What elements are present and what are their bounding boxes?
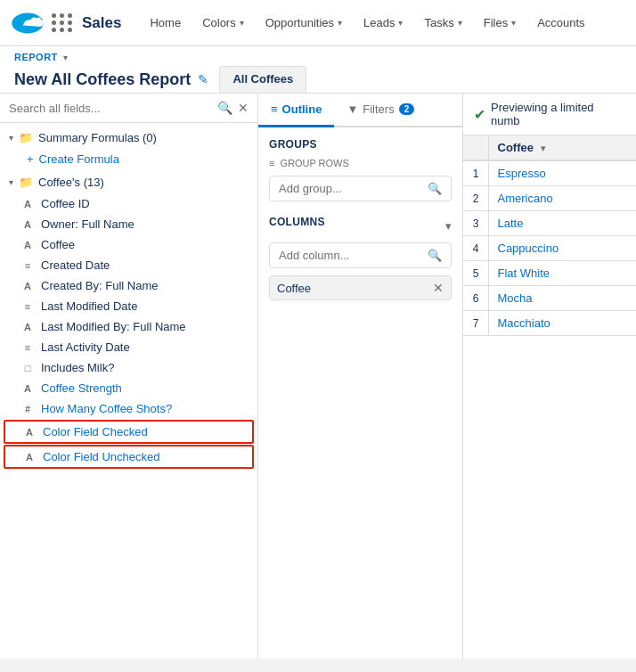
columns-section: Columns ▾ Add column... 🔍 Coffee ✕: [269, 216, 452, 300]
folder-icon: 📁: [19, 131, 33, 144]
field-item-coffee-strength[interactable]: A Coffee Strength: [0, 378, 257, 398]
chevron-down-icon: ▾: [9, 133, 13, 143]
tab-all-coffees[interactable]: All Coffees: [219, 66, 306, 93]
nav-item-files[interactable]: Files ▾: [473, 0, 526, 46]
table-icon: ≡: [269, 158, 274, 168]
field-item-created-by[interactable]: A Created By: Full Name: [0, 275, 257, 296]
column-pill-coffee: Coffee ✕: [269, 275, 452, 300]
field-item-coffee[interactable]: A Coffee: [0, 234, 257, 255]
chevron-down-icon: ▾: [9, 177, 13, 187]
field-item-created-date[interactable]: ≡ Created Date: [0, 255, 257, 275]
type-icon-checkbox: □: [21, 363, 34, 373]
nav-items: Home Colors ▾ Opportunities ▾ Leads ▾ Ta…: [139, 0, 625, 46]
type-icon-text: A: [21, 383, 34, 394]
columns-chevron-icon[interactable]: ▾: [445, 219, 452, 233]
tab-outline[interactable]: ≡ Outline: [258, 94, 334, 127]
type-icon-text: A: [21, 281, 34, 291]
preview-header: ✔ Previewing a limited numb: [463, 94, 636, 135]
row-index-cell: 1: [463, 160, 488, 186]
columns-header-row: Columns ▾: [269, 216, 452, 235]
type-icon-number: #: [21, 404, 34, 414]
add-column-input[interactable]: Add column... 🔍: [269, 242, 452, 268]
coffee-cell: Latte: [488, 211, 636, 236]
folder-icon: 📁: [19, 176, 33, 189]
search-input[interactable]: [9, 102, 212, 115]
left-panel: 🔍 ✕ ▾ 📁 Summary Formulas (0) + Create Fo…: [0, 94, 258, 659]
breadcrumb-chevron-icon: ▾: [63, 53, 68, 62]
row-index-cell: 4: [463, 236, 488, 261]
type-icon-text: A: [21, 219, 34, 230]
chevron-down-icon: ▾: [240, 18, 244, 28]
field-item-coffee-id[interactable]: A Coffee ID: [0, 193, 257, 214]
tab-filters[interactable]: ▼ Filters 2: [334, 94, 427, 127]
row-index-cell: 5: [463, 261, 488, 286]
nav-item-home[interactable]: Home: [139, 0, 192, 46]
filter-badge: 2: [399, 103, 415, 115]
nav-item-opportunities[interactable]: Opportunities ▾: [255, 0, 353, 46]
add-group-input[interactable]: Add group... 🔍: [269, 176, 452, 201]
salesforce-logo: [11, 6, 45, 40]
type-icon-text: A: [21, 240, 34, 250]
search-icon[interactable]: 🔍: [217, 101, 232, 115]
page-title: New All Coffees Report: [14, 70, 191, 89]
coffee-cell: Mocha: [488, 286, 636, 311]
preview-table-wrapper: Coffee ▾ 1 Espresso 2 Americano 3 Latte …: [463, 135, 636, 659]
table-header-row: Coffee ▾: [463, 135, 636, 160]
row-index-cell: 2: [463, 186, 488, 211]
table-row: 1 Espresso: [463, 160, 636, 186]
page-title-row: New All Coffees Report ✎ All Coffees: [14, 66, 622, 93]
field-item-owner-full-name[interactable]: A Owner: Full Name: [0, 214, 257, 234]
coffee-cell: Espresso: [488, 160, 636, 186]
type-icon-date: ≡: [21, 301, 34, 312]
check-icon: ✔: [474, 106, 485, 123]
nav-item-leads[interactable]: Leads ▾: [353, 0, 413, 46]
field-group-summary-formulas: ▾ 📁 Summary Formulas (0) + Create Formul…: [0, 127, 257, 169]
groups-section-title: Groups: [269, 138, 452, 151]
column-header-coffee: Coffee ▾: [488, 135, 636, 160]
search-bar: 🔍 ✕: [0, 94, 257, 123]
create-formula-link[interactable]: + Create Formula: [0, 149, 257, 169]
right-panel: ✔ Previewing a limited numb Coffee ▾ 1 E: [463, 94, 636, 659]
edit-icon[interactable]: ✎: [198, 72, 208, 86]
field-item-last-modified-date[interactable]: ≡ Last Modified Date: [0, 296, 257, 316]
panel-content: Groups ≡ GROUP ROWS Add group... 🔍 Colum…: [258, 127, 462, 659]
nav-item-accounts[interactable]: Accounts: [526, 0, 595, 46]
field-item-last-modified-by[interactable]: A Last Modified By: Full Name: [0, 316, 257, 337]
field-item-coffee-shots[interactable]: # How Many Coffee Shots?: [0, 398, 257, 419]
nav-item-colors[interactable]: Colors ▾: [192, 0, 255, 46]
field-group-header-coffees[interactable]: ▾ 📁 Coffee's (13): [0, 171, 257, 193]
middle-panel: ≡ Outline ▼ Filters 2 Groups ≡ GROUP ROW…: [258, 94, 463, 659]
groups-section: Groups ≡ GROUP ROWS Add group... 🔍: [269, 138, 452, 201]
type-icon-date: ≡: [21, 260, 34, 271]
table-row: 3 Latte: [463, 211, 636, 236]
field-item-last-activity-date[interactable]: ≡ Last Activity Date: [0, 337, 257, 357]
column-filter-button[interactable]: ▾: [541, 143, 546, 154]
type-icon-text: A: [23, 427, 36, 438]
field-group-label-summary: Summary Formulas (0): [38, 131, 157, 144]
breadcrumb: REPORT ▾: [14, 52, 622, 62]
field-group-label-coffees: Coffee's (13): [38, 176, 104, 189]
remove-column-button[interactable]: ✕: [433, 281, 444, 295]
type-icon-text: A: [21, 199, 34, 209]
sub-header: REPORT ▾ New All Coffees Report ✎ All Co…: [0, 46, 636, 94]
field-group-coffees: ▾ 📁 Coffee's (13) A Coffee ID A Owner: F…: [0, 171, 257, 469]
field-item-color-unchecked[interactable]: A Color Field Unchecked: [4, 445, 254, 469]
coffee-cell: Flat White: [488, 261, 636, 286]
app-name: Sales: [82, 14, 121, 32]
preview-table: Coffee ▾ 1 Espresso 2 Americano 3 Latte …: [463, 135, 636, 336]
field-group-header-summary[interactable]: ▾ 📁 Summary Formulas (0): [0, 127, 257, 149]
field-list: ▾ 📁 Summary Formulas (0) + Create Formul…: [0, 123, 257, 659]
top-navigation: Sales Home Colors ▾ Opportunities ▾ Lead…: [0, 0, 636, 46]
row-index-cell: 7: [463, 311, 488, 336]
type-icon-date: ≡: [21, 342, 34, 353]
app-launcher[interactable]: [52, 13, 73, 32]
close-icon[interactable]: ✕: [238, 101, 249, 115]
type-icon-text: A: [21, 322, 34, 332]
filter-icon: ▼: [347, 102, 358, 116]
nav-item-tasks[interactable]: Tasks ▾: [413, 0, 472, 46]
table-row: 4 Cappuccino: [463, 236, 636, 261]
chevron-down-icon: ▾: [511, 18, 516, 28]
field-item-color-checked[interactable]: A Color Field Checked: [4, 420, 254, 444]
table-row: 6 Mocha: [463, 286, 636, 311]
field-item-includes-milk[interactable]: □ Includes Milk?: [0, 357, 257, 378]
